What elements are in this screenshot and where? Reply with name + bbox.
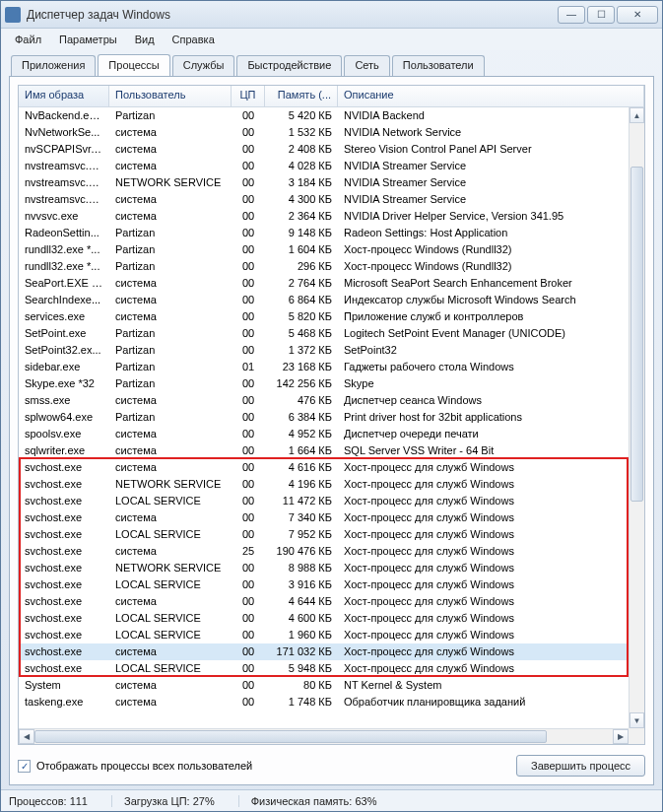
scroll-right-icon[interactable]: ▶ xyxy=(613,729,629,744)
table-row[interactable]: svchost.exeLOCAL SERVICE0011 472 КБХост-… xyxy=(19,493,629,509)
cell: 00 xyxy=(232,325,265,342)
cell: Partizan xyxy=(109,409,232,426)
task-manager-window: Диспетчер задач Windows — ☐ ✕ Файл Парам… xyxy=(0,0,663,812)
table-row[interactable]: RadeonSettin...Partizan009 148 КБRadeon … xyxy=(19,225,629,241)
col-description[interactable]: Описание xyxy=(338,86,644,106)
cell: 5 420 КБ xyxy=(265,107,338,124)
col-image-name[interactable]: Имя образа xyxy=(19,86,109,106)
cell: Хост-процесс для служб Windows xyxy=(338,509,629,526)
table-row[interactable]: Systemсистема0080 КБNT Kernel & System xyxy=(19,677,629,694)
table-row[interactable]: svchost.exeLOCAL SERVICE004 600 КБХост-п… xyxy=(19,610,629,627)
tab-performance[interactable]: Быстродействие xyxy=(236,55,342,77)
cell: Partizan xyxy=(109,325,232,342)
menu-help[interactable]: Справка xyxy=(165,32,223,47)
table-row[interactable]: nvSCPAPISvr.e...система002 408 КБStereo … xyxy=(19,141,629,158)
cell: svchost.exe xyxy=(19,643,109,660)
tab-services[interactable]: Службы xyxy=(172,55,235,77)
table-row[interactable]: svchost.exeLOCAL SERVICE003 916 КБХост-п… xyxy=(19,576,629,593)
table-row[interactable]: SearchIndexe...система006 864 КБИндексат… xyxy=(19,292,629,308)
table-row[interactable]: nvstreamsvc.e...NETWORK SERVICE003 184 К… xyxy=(19,174,629,191)
scroll-thumb[interactable] xyxy=(630,167,643,502)
table-row[interactable]: rundll32.exe *...Partizan001 604 КБХост-… xyxy=(19,241,629,258)
cell: nvstreamsvc.e... xyxy=(19,174,109,191)
col-user[interactable]: Пользователь xyxy=(109,86,232,106)
tab-processes[interactable]: Процессы xyxy=(98,54,169,76)
table-row[interactable]: svchost.exeLOCAL SERVICE001 960 КБХост-п… xyxy=(19,627,629,643)
window-controls: — ☐ ✕ xyxy=(558,6,658,24)
table-row[interactable]: svchost.exeLOCAL SERVICE005 948 КБХост-п… xyxy=(19,660,629,677)
table-row[interactable]: sqlwriter.exeсистема001 664 КБSQL Server… xyxy=(19,442,629,459)
table-row[interactable]: rundll32.exe *...Partizan00296 КБХост-пр… xyxy=(19,258,629,275)
scroll-left-icon[interactable]: ◀ xyxy=(19,729,34,744)
cell: LOCAL SERVICE xyxy=(109,576,232,593)
cell: 2 408 КБ xyxy=(265,141,338,158)
scroll-down-icon[interactable]: ▼ xyxy=(630,712,644,728)
status-processes: Процессов: 111 xyxy=(9,795,112,807)
table-row[interactable]: sidebar.exePartizan0123 168 КБГаджеты ра… xyxy=(19,359,629,375)
cell: Skype xyxy=(338,375,629,392)
tab-applications[interactable]: Приложения xyxy=(11,55,96,77)
cell: система xyxy=(109,141,232,158)
close-button[interactable]: ✕ xyxy=(617,6,658,24)
table-row[interactable]: svchost.exeLOCAL SERVICE007 952 КБХост-п… xyxy=(19,526,629,543)
table-row[interactable]: nvstreamsvc.e...система004 300 КБNVIDIA … xyxy=(19,191,629,208)
cell: sidebar.exe xyxy=(19,359,109,375)
cell: 4 028 КБ xyxy=(265,158,338,174)
table-row[interactable]: svchost.exeсистема00171 032 КБХост-проце… xyxy=(19,643,629,660)
cell: система xyxy=(109,442,232,459)
col-cpu[interactable]: ЦП xyxy=(232,86,265,106)
cell: nvvsvc.exe xyxy=(19,208,109,225)
table-row[interactable]: svchost.exeсистема25190 476 КБХост-проце… xyxy=(19,543,629,560)
tab-users[interactable]: Пользователи xyxy=(392,55,485,77)
vertical-scrollbar[interactable]: ▲ ▼ xyxy=(629,107,644,728)
table-row[interactable]: NvNetworkSe...система001 532 КБNVIDIA Ne… xyxy=(19,124,629,141)
table-row[interactable]: nvstreamsvc.e...система004 028 КБNVIDIA … xyxy=(19,158,629,174)
cell: SeaPort.EXE *32 xyxy=(19,275,109,292)
client-area: Приложения Процессы Службы Быстродействи… xyxy=(9,54,654,785)
cell: LOCAL SERVICE xyxy=(109,627,232,643)
col-memory[interactable]: Память (... xyxy=(265,86,338,106)
maximize-button[interactable]: ☐ xyxy=(587,6,615,24)
titlebar[interactable]: Диспетчер задач Windows — ☐ ✕ xyxy=(1,1,662,29)
table-row[interactable]: nvvsvc.exeсистема002 364 КБNVIDIA Driver… xyxy=(19,208,629,225)
horizontal-scrollbar[interactable]: ◀ ▶ xyxy=(19,728,629,744)
menubar: Файл Параметры Вид Справка xyxy=(1,29,662,50)
table-row[interactable]: SetPoint32.ex...Partizan001 372 КБSetPoi… xyxy=(19,342,629,359)
cell: Logitech SetPoint Event Manager (UNICODE… xyxy=(338,325,629,342)
cell: Partizan xyxy=(109,375,232,392)
cell: 00 xyxy=(232,509,265,526)
table-row[interactable]: svchost.exeNETWORK SERVICE008 988 КБХост… xyxy=(19,560,629,576)
table-row[interactable]: NvBackend.ex...Partizan005 420 КБNVIDIA … xyxy=(19,107,629,124)
cell: 142 256 КБ xyxy=(265,375,338,392)
cell: svchost.exe xyxy=(19,660,109,677)
show-all-users-label[interactable]: Отображать процессы всех пользователей xyxy=(36,760,252,772)
table-row[interactable]: svchost.exeсистема004 616 КБХост-процесс… xyxy=(19,459,629,476)
table-row[interactable]: svchost.exeNETWORK SERVICE004 196 КБХост… xyxy=(19,476,629,493)
table-row[interactable]: splwow64.exePartizan006 384 КБPrint driv… xyxy=(19,409,629,426)
table-row[interactable]: SeaPort.EXE *32система002 764 КБMicrosof… xyxy=(19,275,629,292)
show-all-users-checkbox[interactable]: ✓ xyxy=(18,760,31,773)
cell: NvBackend.ex... xyxy=(19,107,109,124)
process-list[interactable]: Имя образа Пользователь ЦП Память (... О… xyxy=(18,85,645,745)
table-row[interactable]: SetPoint.exePartizan005 468 КБLogitech S… xyxy=(19,325,629,342)
hscroll-thumb[interactable] xyxy=(34,730,547,743)
menu-view[interactable]: Вид xyxy=(127,32,163,47)
table-row[interactable]: smss.exeсистема00476 КБДиспетчер сеанса … xyxy=(19,392,629,409)
table-row[interactable]: spoolsv.exeсистема004 952 КБДиспетчер оч… xyxy=(19,426,629,442)
tab-networking[interactable]: Сеть xyxy=(344,55,389,77)
minimize-button[interactable]: — xyxy=(558,6,585,24)
menu-file[interactable]: Файл xyxy=(7,32,49,47)
scroll-up-icon[interactable]: ▲ xyxy=(630,107,644,123)
cell: 4 952 КБ xyxy=(265,426,338,442)
rows-container: NvBackend.ex...Partizan005 420 КБNVIDIA … xyxy=(19,107,629,728)
end-process-button[interactable]: Завершить процесс xyxy=(516,755,645,777)
table-row[interactable]: svchost.exeсистема007 340 КБХост-процесс… xyxy=(19,509,629,526)
table-row[interactable]: Skype.exe *32Partizan00142 256 КБSkype xyxy=(19,375,629,392)
table-row[interactable]: svchost.exeсистема004 644 КБХост-процесс… xyxy=(19,593,629,610)
table-row[interactable]: services.exeсистема005 820 КБПриложение … xyxy=(19,308,629,325)
cell: NT Kernel & System xyxy=(338,677,629,694)
cell: 00 xyxy=(232,476,265,493)
menu-options[interactable]: Параметры xyxy=(51,32,125,47)
hscroll-track[interactable] xyxy=(34,729,613,744)
table-row[interactable]: taskeng.exeсистема001 748 КБОбработчик п… xyxy=(19,694,629,710)
